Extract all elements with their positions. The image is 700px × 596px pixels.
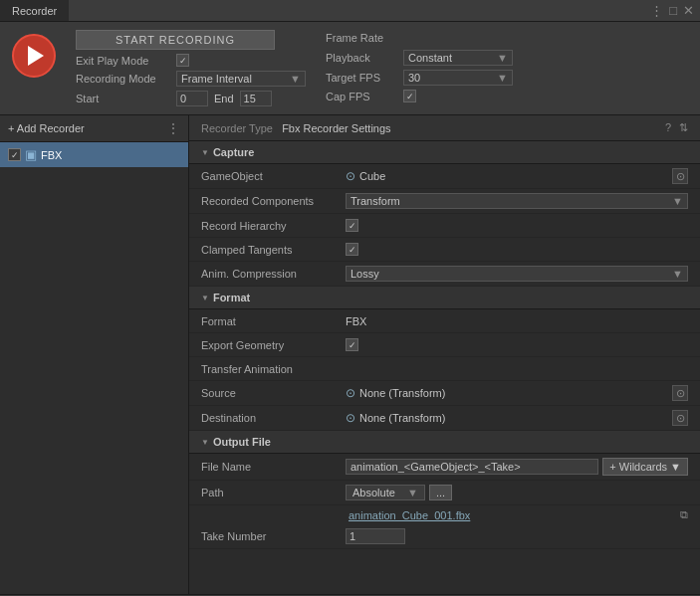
source-label: Source	[201, 387, 346, 399]
exit-play-mode-checkbox[interactable]: ✓	[176, 54, 189, 67]
browse-button[interactable]: ...	[429, 485, 452, 500]
file-name-input[interactable]	[346, 459, 598, 475]
wildcards-arrow-icon: ▼	[670, 461, 681, 473]
settings-icon[interactable]: ⇅	[679, 121, 688, 134]
start-input[interactable]	[176, 91, 208, 106]
capture-section-header[interactable]: ▼ Capture	[189, 141, 700, 164]
format-section-header[interactable]: ▼ Format	[189, 287, 700, 309]
menu-icon[interactable]: ⋮	[650, 3, 663, 18]
format-text: FBX	[346, 315, 366, 327]
anim-compression-option: Lossy	[350, 268, 379, 280]
record-hierarchy-value: ✓	[346, 219, 688, 232]
recorded-components-label: Recorded Components	[201, 195, 346, 207]
path-input-row: Absolute ▼ ...	[346, 485, 688, 500]
record-button[interactable]	[12, 34, 56, 78]
format-label: Format	[201, 315, 346, 327]
output-file-section-label: Output File	[213, 436, 271, 448]
take-number-label: Take Number	[201, 530, 346, 542]
destination-field: ⊙ None (Transform)	[346, 411, 668, 425]
clamped-tangents-checkbox[interactable]: ✓	[346, 243, 358, 256]
sidebar-header: + Add Recorder ⋮	[0, 115, 188, 142]
recorder-header: Recorder Type Fbx Recorder Settings ? ⇅	[189, 115, 700, 141]
clamped-tangents-row: Clamped Tangents ✓	[189, 238, 700, 262]
recorder-type-row: Recorder Type Fbx Recorder Settings	[201, 122, 391, 134]
wildcards-button[interactable]: + Wildcards ▼	[602, 458, 688, 476]
source-pick-button[interactable]: ⊙	[672, 385, 688, 401]
destination-target-icon: ⊙	[346, 411, 355, 425]
export-geometry-row: Export Geometry ✓	[189, 333, 700, 357]
dropdown-arrow: ▼	[497, 72, 508, 84]
record-hierarchy-checkbox[interactable]: ✓	[346, 219, 358, 232]
file-name-input-row: + Wildcards ▼	[346, 458, 688, 476]
clamped-tangents-label: Clamped Tangents	[201, 244, 346, 256]
recorder-type-label: Recorder Type	[201, 122, 273, 134]
cap-fps-label: Cap FPS	[326, 91, 397, 102]
recorded-components-value: Transform ▼	[346, 193, 688, 209]
start-recording-button[interactable]: START RECORDING	[76, 30, 275, 50]
output-file-section-header[interactable]: ▼ Output File	[189, 431, 700, 454]
right-panel: Recorder Type Fbx Recorder Settings ? ⇅ …	[189, 115, 700, 594]
format-arrow-icon: ▼	[201, 294, 209, 302]
gameobject-value: ⊙ Cube ⊙	[346, 168, 688, 184]
gameobject-pick-button[interactable]: ⊙	[672, 168, 688, 184]
fbx-recorder-name: FBX	[41, 149, 62, 161]
fbx-recorder-item[interactable]: ✓ ▣ FBX	[0, 142, 188, 167]
gameobject-name: Cube	[359, 170, 385, 182]
record-hierarchy-label: Record Hierarchy	[201, 220, 346, 232]
export-geometry-label: Export Geometry	[201, 339, 346, 351]
file-path-text: animation_Cube_001.fbx	[349, 509, 676, 521]
file-path-row: animation_Cube_001.fbx ⧉	[189, 505, 700, 524]
path-row: Path Absolute ▼ ...	[189, 481, 700, 505]
target-fps-label: Target FPS	[326, 72, 397, 84]
end-input[interactable]	[240, 91, 272, 106]
recorded-components-row: Recorded Components Transform ▼	[189, 189, 700, 214]
destination-value: ⊙ None (Transform) ⊙	[346, 410, 688, 426]
gameobject-target-icon: ⊙	[346, 169, 355, 183]
play-icon	[28, 46, 44, 66]
destination-row: Destination ⊙ None (Transform) ⊙	[189, 406, 700, 431]
take-number-input[interactable]	[346, 528, 405, 544]
target-fps-dropdown[interactable]: 30 ▼	[403, 70, 513, 86]
dropdown-arrow: ▼	[290, 73, 301, 85]
take-number-value	[346, 528, 688, 544]
path-type-dropdown[interactable]: Absolute ▼	[346, 485, 425, 500]
fbx-recorder-icon: ▣	[25, 147, 37, 162]
cap-fps-checkbox[interactable]: ✓	[403, 90, 416, 102]
fbx-recorder-checkbox[interactable]: ✓	[8, 148, 21, 161]
add-recorder-button[interactable]: + Add Recorder	[8, 122, 85, 134]
playback-value: Constant	[408, 52, 452, 64]
anim-compression-dropdown[interactable]: Lossy ▼	[346, 266, 688, 282]
sidebar: + Add Recorder ⋮ ✓ ▣ FBX	[0, 115, 189, 594]
exit-play-mode-label: Exit Play Mode	[76, 55, 170, 67]
wildcards-label: + Wildcards	[609, 461, 667, 473]
maximize-icon[interactable]: □	[669, 3, 677, 18]
recording-mode-dropdown[interactable]: Frame Interval ▼	[176, 71, 306, 87]
recorder-type-value: Fbx Recorder Settings	[282, 122, 390, 134]
dropdown-arrow: ▼	[672, 195, 683, 207]
playback-label: Playback	[326, 52, 397, 64]
gameobject-label: GameObject	[201, 170, 346, 182]
path-label: Path	[201, 487, 346, 498]
main-area: + Add Recorder ⋮ ✓ ▣ FBX Recorder Type F…	[0, 115, 700, 594]
destination-pick-button[interactable]: ⊙	[672, 410, 688, 426]
format-value: FBX	[346, 315, 688, 327]
recorded-components-dropdown[interactable]: Transform ▼	[346, 193, 688, 209]
start-label: Start	[76, 93, 170, 104]
transfer-animation-row: Transfer Animation	[189, 357, 700, 381]
playback-dropdown[interactable]: Constant ▼	[403, 50, 513, 66]
recording-mode-row: Recording Mode Frame Interval ▼	[76, 71, 306, 87]
help-icon[interactable]: ?	[665, 121, 671, 134]
export-geometry-checkbox[interactable]: ✓	[346, 338, 358, 351]
close-icon[interactable]: ✕	[683, 3, 694, 18]
transfer-animation-label: Transfer Animation	[201, 363, 346, 375]
recorder-tab[interactable]: Recorder	[0, 0, 69, 21]
target-fps-value: 30	[408, 72, 420, 84]
capture-arrow-icon: ▼	[201, 148, 209, 157]
external-link-icon[interactable]: ⧉	[680, 508, 688, 521]
sidebar-kebab-icon[interactable]: ⋮	[166, 120, 180, 136]
end-label: End	[214, 93, 234, 104]
file-name-label: File Name	[201, 461, 346, 473]
dropdown-arrow: ▼	[497, 52, 508, 64]
frame-rate-title: Frame Rate	[326, 32, 513, 44]
window-controls[interactable]: ⋮ □ ✕	[650, 3, 700, 18]
